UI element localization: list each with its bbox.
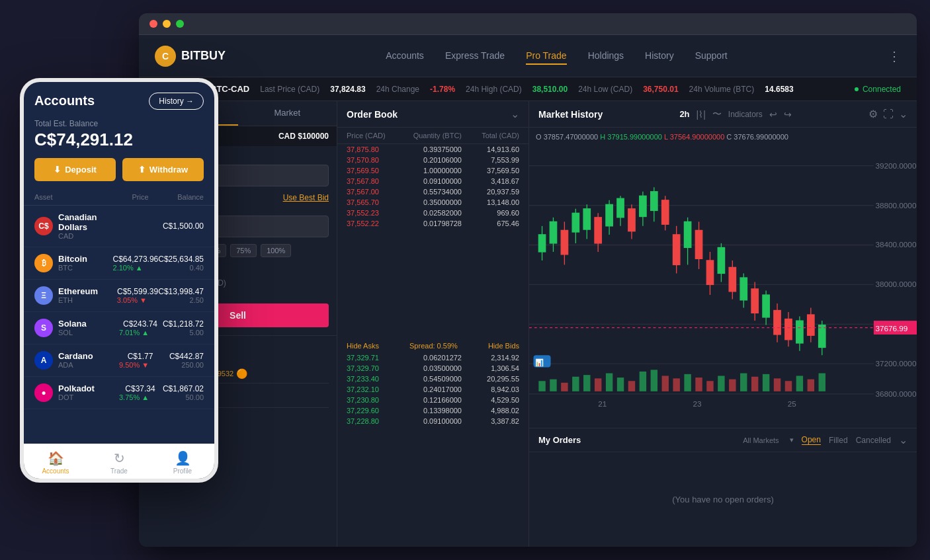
nav-history[interactable]: History xyxy=(645,48,674,65)
balance-section: Total Est. Balance C$74,291.12 ⬇ Deposit… xyxy=(24,116,214,189)
asset-info: ● Polkadot DOT xyxy=(34,383,119,402)
asset-symbol: ETH xyxy=(58,296,98,304)
chart-candle-icon[interactable]: |⌇| xyxy=(697,109,706,120)
asset-name: Solana xyxy=(58,319,87,329)
svg-rect-74 xyxy=(561,383,568,391)
orders-tab-cancelled[interactable]: Cancelled xyxy=(856,436,891,445)
change-label: 24h Change xyxy=(376,85,419,94)
mobile-history-btn[interactable]: History → xyxy=(149,93,204,110)
asset-icon: S xyxy=(34,319,53,337)
svg-rect-66 xyxy=(808,315,814,335)
action-buttons: ⬇ Deposit ⬆ Withdraw xyxy=(34,158,204,181)
svg-rect-79 xyxy=(617,378,624,391)
spread-hide-row: Hide Asks Spread: 0.59% Hide Bids xyxy=(337,339,528,352)
all-markets-label[interactable]: All Markets xyxy=(743,436,779,444)
asset-price-col: C$5,599.39 3.05% ▼ xyxy=(117,287,158,304)
nav-accounts-mobile[interactable]: 🏠 Accounts xyxy=(24,450,87,475)
ohlc-open: O 37857.47000000 xyxy=(536,133,598,141)
svg-rect-25 xyxy=(595,218,601,243)
withdraw-button[interactable]: ⬆ Withdraw xyxy=(122,158,204,181)
pct-75-btn[interactable]: 75% xyxy=(230,244,257,257)
nav-trade-mobile[interactable]: ↻ Trade xyxy=(87,450,151,475)
balance-value: C$74,291.12 xyxy=(34,130,204,150)
svg-rect-75 xyxy=(572,377,579,391)
svg-rect-58 xyxy=(763,295,769,317)
chevron-down-icon[interactable]: ▾ xyxy=(790,436,794,444)
asset-name: Polkadot xyxy=(58,383,95,393)
browser-minimize-dot[interactable] xyxy=(163,20,171,28)
purchase-limit-value: CAD $100000 xyxy=(278,132,329,141)
mobile-header: Accounts History → xyxy=(24,82,214,116)
browser-expand-dot[interactable] xyxy=(176,20,184,28)
orderbook-toggle[interactable]: ⌄ xyxy=(511,108,519,120)
svg-rect-15 xyxy=(538,235,545,252)
logo-icon: C xyxy=(155,46,176,67)
nav-holdings[interactable]: Holdings xyxy=(588,48,624,65)
redo-icon[interactable]: ↪ xyxy=(784,109,792,120)
asset-balance-col: C$25,634.85 0.40 xyxy=(158,255,204,272)
orders-tabs: All Markets ▾ Open Filled Cancelled ⌄ xyxy=(743,434,908,446)
menu-dots-icon[interactable]: ⋮ xyxy=(888,48,901,64)
svg-rect-33 xyxy=(640,196,646,216)
mobile-title: Accounts xyxy=(34,93,95,108)
ask-row: 37,875.80 0.39375000 14,913.60 xyxy=(337,144,528,155)
mobile-phone: Accounts History → Total Est. Balance C$… xyxy=(20,78,218,483)
chart-area: O 37857.47000000 H 37915.99000000 L 3756… xyxy=(529,128,917,428)
pct-100-btn[interactable]: 100% xyxy=(261,244,291,257)
nav-profile-mobile[interactable]: 👤 Profile xyxy=(151,450,214,475)
chart-line-icon[interactable]: 〜 xyxy=(712,108,722,120)
connected-dot xyxy=(855,87,859,91)
asset-balance-col: C$1,218.72 5.00 xyxy=(161,319,204,337)
my-orders-title: My Orders xyxy=(538,435,581,445)
asset-symbol: DOT xyxy=(58,393,95,401)
orderbook-header: Order Book ⌄ xyxy=(337,101,528,128)
chart-interval[interactable]: 2h xyxy=(679,109,689,119)
market-tab[interactable]: Market xyxy=(238,101,337,126)
hide-bids-btn[interactable]: Hide Bids xyxy=(488,342,519,350)
asset-icon: ● xyxy=(34,383,53,402)
asset-item[interactable]: ● Polkadot DOT C$37.34 3.75% ▲ C$1,867.0… xyxy=(24,377,214,409)
asset-item[interactable]: C$ Canadian Dollars CAD C$1,500.00 xyxy=(24,206,214,247)
bid-row: 37,232.10 0.24017000 8,942.03 xyxy=(337,384,528,395)
settings-icon[interactable]: ⚙ xyxy=(868,108,878,120)
orders-tab-open[interactable]: Open xyxy=(802,435,821,445)
svg-text:38000.00000000: 38000.00000000 xyxy=(875,280,917,288)
asset-info: Ξ Ethereum ETH xyxy=(34,286,117,305)
asset-price-col: C$37.34 3.75% ▲ xyxy=(119,384,161,401)
undo-icon[interactable]: ↩ xyxy=(769,109,777,120)
svg-rect-73 xyxy=(550,380,556,391)
svg-rect-37 xyxy=(662,200,669,224)
asset-item[interactable]: ₿ Bitcoin BTC C$64,273.96 2.10% ▲ C$25,6… xyxy=(24,247,214,280)
svg-rect-89 xyxy=(729,380,736,391)
nav-support[interactable]: Support xyxy=(695,48,728,65)
orders-toggle[interactable]: ⌄ xyxy=(899,434,908,446)
asset-list-header: Asset Price Balance xyxy=(24,189,214,206)
svg-text:36800.00000000: 36800.00000000 xyxy=(875,389,917,398)
svg-text:📊: 📊 xyxy=(535,358,544,367)
asset-balance-col: C$1,867.02 50.00 xyxy=(161,384,204,401)
asset-item[interactable]: Ξ Ethereum ETH C$5,599.39 3.05% ▼ C$13,9… xyxy=(24,280,214,312)
browser-close-dot[interactable] xyxy=(149,20,157,28)
svg-rect-82 xyxy=(651,370,657,391)
svg-rect-62 xyxy=(785,319,792,340)
chart-toggle[interactable]: ⌄ xyxy=(899,108,908,120)
orders-tab-filled[interactable]: Filled xyxy=(829,436,848,445)
asset-item[interactable]: A Cardano ADA C$1.77 9.50% ▼ C$442.87 25… xyxy=(24,344,214,377)
bid-row: 37,329.71 0.06201272 2,314.92 xyxy=(337,352,528,363)
nav-accounts[interactable]: Accounts xyxy=(386,48,424,65)
indicators-button[interactable]: Indicators xyxy=(728,110,763,119)
nav-express-trade[interactable]: Express Trade xyxy=(445,48,505,65)
svg-rect-60 xyxy=(774,310,781,334)
hide-asks-btn[interactable]: Hide Asks xyxy=(347,342,379,350)
fullscreen-icon[interactable]: ⛶ xyxy=(883,108,894,120)
deposit-button[interactable]: ⬇ Deposit xyxy=(34,158,116,181)
asset-price-col: C$64,273.96 2.10% ▲ xyxy=(113,255,159,272)
nav-pro-trade[interactable]: Pro Trade xyxy=(526,48,566,65)
orders-header: My Orders All Markets ▾ Open Filled Canc… xyxy=(529,428,917,452)
ask-row: 37,552.22 0.01798728 675.46 xyxy=(337,218,528,229)
svg-rect-78 xyxy=(606,374,613,391)
col-qty: Quantity (BTC) xyxy=(404,132,462,140)
app-header: C BITBUY Accounts Express Trade Pro Trad… xyxy=(139,35,917,77)
asset-item[interactable]: S Solana SOL C$243.74 7.01% ▲ C$1,218.72… xyxy=(24,312,214,344)
svg-rect-94 xyxy=(785,381,792,391)
